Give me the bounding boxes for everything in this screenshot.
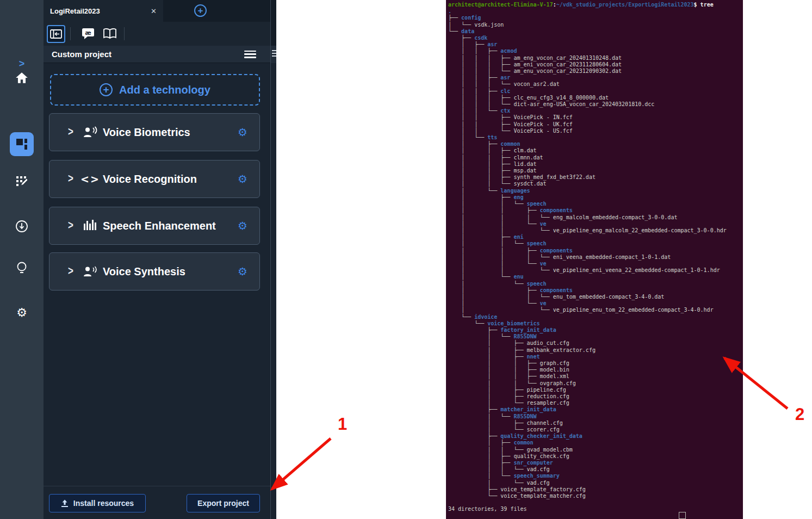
export-project-button[interactable]: Export project	[187, 494, 260, 512]
tree-file-line: │ │ ├── synth_med_fxd_bet3f22.dat	[448, 174, 743, 181]
sidebar-item-downloads[interactable]	[0, 214, 44, 238]
tree-directory-line: │ │ ├── asr	[448, 75, 743, 81]
dictionary-tool-button[interactable]	[101, 25, 119, 43]
sidebar-item-tips[interactable]	[0, 256, 44, 280]
tree-file-line: │ │ ├── clmnn.dat	[448, 155, 743, 161]
chevron-right-icon[interactable]: >	[68, 172, 73, 186]
panel-header: Custom project	[44, 46, 270, 63]
blank-line	[448, 499, 743, 506]
gear-icon[interactable]: ⚙	[238, 265, 247, 278]
svg-text:æ: æ	[85, 29, 91, 36]
terminal-window[interactable]: architect@architect-Elimina-V-17:~/vdk_s…	[446, 0, 743, 519]
tree-directory-line: │ ├── eni	[448, 234, 743, 240]
chevron-right-icon[interactable]: >	[68, 126, 73, 139]
tech-card-voice-synthesis[interactable]: > Voice Synthesis ⚙	[49, 252, 260, 291]
tree-directory-line: │ ├── asr	[448, 41, 743, 48]
tree-file-line: │ ├── melbank_extractor.cfg	[448, 347, 743, 354]
toolbar-separator	[70, 27, 71, 40]
tree-file-line: │ │ │ └── eni_veena_embedded-compact_1-0…	[448, 254, 743, 261]
sidebar-item-settings[interactable]: ⚙	[0, 301, 44, 325]
tree-file-line: │ │ └── VoicePick - US.fcf	[448, 128, 743, 134]
tech-card-voice-biometrics[interactable]: > Voice Biometrics ⚙	[49, 113, 260, 151]
tree-file-line: │ │ └── ovgraph.cfg	[448, 380, 743, 387]
tree-directory-line: │ │ └── ve	[448, 261, 743, 267]
tree-directory-line: │ │ └── speech	[448, 240, 743, 247]
tab-logiretail2023[interactable]: LogiRetail2023 ✕	[44, 0, 163, 22]
gear-icon[interactable]: ⚙	[238, 172, 247, 186]
annotation-label-2: 2	[795, 405, 804, 424]
gear-icon[interactable]: ⚙	[238, 219, 247, 232]
gear-icon[interactable]: ⚙	[238, 126, 247, 139]
tech-card-speech-enhancement[interactable]: > Speech Enhancement ⚙	[49, 207, 260, 245]
tree-file-line: │ └── vsdk.json	[448, 22, 743, 28]
tree-directory-line: │ ├── common	[448, 141, 743, 147]
tree-file-line: │ │ ├── model.xml	[448, 373, 743, 380]
prompt-path: ~/vdk_studio_projects/ExportLogiRetail20…	[556, 2, 694, 8]
vdk-studio-window: >	[0, 0, 276, 519]
add-technology-label: Add a technology	[119, 84, 210, 96]
tree-file-line: │ │ ├── graph.cfg	[448, 360, 743, 367]
sidebar-item-editor[interactable]	[0, 169, 44, 193]
tree-file-line: │ ├── reduction.cfg	[448, 393, 743, 400]
tree-directory-line: │ │ ├── acmod	[448, 48, 743, 54]
tree-directory-line: │ ├── components	[448, 287, 743, 294]
tech-card-label: Speech Enhancement	[103, 220, 238, 232]
chevron-right-icon[interactable]: >	[68, 219, 73, 233]
tree-file-line: │ │ │ └── vocon_asr2.dat	[448, 81, 743, 88]
terminal-artifact-box	[679, 512, 686, 519]
tree-file-line: │ └── vad.cfg	[448, 480, 743, 486]
install-resources-button[interactable]: Install resources	[49, 494, 146, 512]
tree-file-line: │ ├── pipeline.cfg	[448, 387, 743, 393]
tree-file-line: │ │ │ └── dict-asr_eng-USA_vocon_car_202…	[448, 101, 743, 108]
tree-file-line: │ │ ├── model.bin	[448, 367, 743, 373]
toggle-sidebar-panel-button[interactable]	[47, 25, 65, 43]
tree-directory-line: └── voice_biometrics	[448, 320, 743, 327]
download-circle-icon	[15, 219, 29, 233]
lightbulb-icon	[15, 261, 28, 276]
tree-file-line: │ └── resampler.cfg	[448, 400, 743, 406]
tree-directory-line: └── idvoice	[448, 314, 743, 320]
sidebar-item-home[interactable]	[0, 66, 44, 90]
tree-directory-line: │ └── enu	[448, 274, 743, 280]
tree-directory-line: │ ├── snr_computer	[448, 460, 743, 466]
screenshot-root: >	[0, 0, 812, 519]
tree-directory-line: ├── config	[448, 15, 743, 21]
tree-file-line: │ ├── channel.cfg	[448, 420, 743, 427]
tree-file-line: │ │ └── ve_pipeline_eni_veena_22_embedde…	[448, 267, 743, 274]
tree-directory-line: ├── csdk	[448, 35, 743, 41]
tree-directory-line: │ │ ├── clc	[448, 88, 743, 95]
sidebar-toggle-icon	[50, 29, 62, 39]
tree-file-line: │ │ └── vad.cfg	[448, 466, 743, 473]
tech-card-label: Voice Recognition	[103, 173, 238, 186]
annotation-label-1: 1	[338, 415, 347, 434]
speech-enhancement-icon	[82, 219, 98, 232]
tree-file-line: └── voice_template_matcher.cfg	[448, 493, 743, 499]
tree-file-line: │ │ │ └── eng_malcolm_embedded-compact_3…	[448, 214, 743, 221]
chevron-right-icon[interactable]: >	[68, 265, 73, 279]
tree-file-line: │ │ │ ├── am_eni_vocon_car_202311280604.…	[448, 61, 743, 68]
menu-icon[interactable]	[244, 51, 256, 58]
toolbar-separator	[124, 27, 125, 40]
arrow-1-to-export-project	[272, 438, 331, 489]
tree-directory-line: │ │ ├── components	[448, 248, 743, 254]
tech-card-voice-recognition[interactable]: > <> Voice Recognition ⚙	[49, 160, 260, 198]
tab-strip: LogiRetail2023 ✕ +	[44, 0, 270, 22]
tree-file-line: │ │ ├── msp.dat	[448, 168, 743, 174]
new-tab-button[interactable]: +	[194, 4, 207, 17]
tree-file-line: │ │ ├── VoicePick - UK.fcf	[448, 121, 743, 128]
prompt-user-host: architect@architect-Elimina-V-17	[448, 2, 553, 8]
tree-directory-line: │ │ └── speech	[448, 201, 743, 207]
open-book-icon	[103, 28, 117, 40]
adjacent-panel-edge	[270, 0, 276, 519]
voice-biometrics-icon	[82, 126, 98, 138]
phonetics-tool-button[interactable]: æ	[79, 25, 97, 43]
sidebar-item-project-dashboard[interactable]	[10, 132, 34, 156]
tree-file-line: │ │ ├── VoicePick - IN.fcf	[448, 114, 743, 121]
close-tab-icon[interactable]: ✕	[151, 7, 157, 15]
dashboard-icon	[15, 137, 29, 151]
grid-pencil-icon	[15, 174, 29, 188]
tree-directory-line: │ │ └── ctx	[448, 108, 743, 114]
add-technology-button[interactable]: + Add a technology	[50, 74, 260, 106]
tree-directory-line: │ └── speech	[448, 281, 743, 287]
prompt-command: tree	[701, 2, 714, 8]
